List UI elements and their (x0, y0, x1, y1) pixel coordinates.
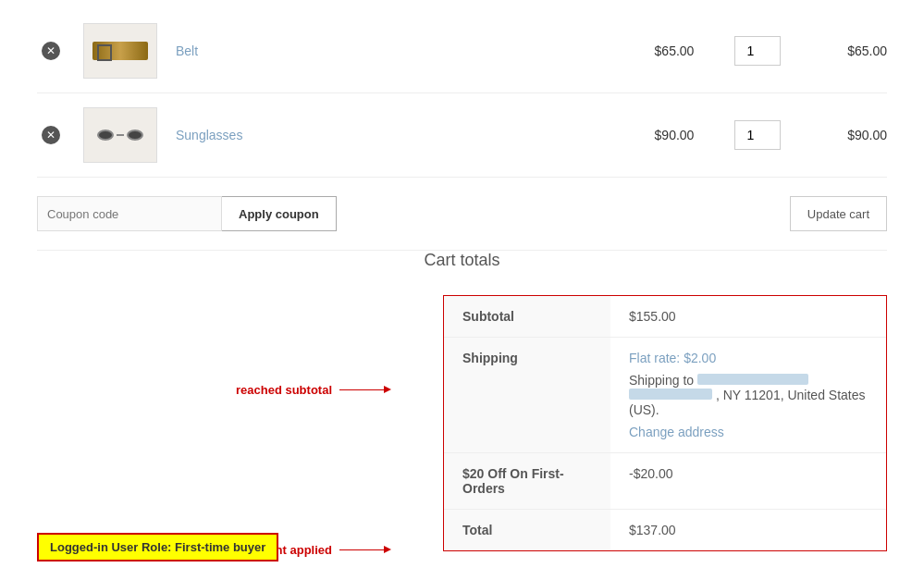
belt-price: $65.00 (628, 43, 721, 58)
discount-row: $20 Off On First-Orders -$20.00 (444, 453, 886, 510)
subtotal-row: Subtotal $155.00 (444, 296, 886, 338)
bridge (117, 134, 124, 136)
update-cart-button[interactable]: Update cart (790, 196, 887, 231)
flat-rate-link[interactable]: Flat rate: $2.00 (629, 351, 716, 365)
cart-container: ✕ Belt $65.00 $65.00 ✕ (0, 0, 924, 570)
change-address-link[interactable]: Change address (629, 425, 868, 439)
coupon-code-input[interactable] (37, 196, 222, 231)
discount-value: -$20.00 (610, 453, 886, 510)
apply-coupon-button[interactable]: Apply coupon (222, 196, 337, 231)
user-role-badge: Logged-in User Role: First-time buyer (37, 533, 278, 561)
remove-sunglasses-button[interactable]: ✕ (42, 126, 60, 144)
cart-totals-body: reached subtotal $20 discount applied Su… (37, 295, 887, 551)
total-label: Total (444, 510, 610, 551)
subtotal-arrow-icon (339, 389, 386, 390)
remove-sunglasses-wrapper: ✕ (37, 126, 65, 144)
subtotal-value: $155.00 (610, 296, 886, 338)
cart-totals-box: Subtotal $155.00 Shipping Flat rate: $2.… (443, 295, 887, 551)
subtotal-label: Subtotal (444, 296, 610, 338)
cart-totals-title: Cart totals (240, 251, 684, 270)
belt-product-name[interactable]: Belt (176, 43, 628, 58)
shipping-to-label: Shipping to (629, 373, 697, 388)
total-value: $137.00 (610, 510, 886, 551)
shipping-state-bar (629, 389, 712, 400)
coupon-row: Apply coupon Update cart (37, 178, 887, 251)
annotation-subtotal: reached subtotal (236, 383, 386, 397)
cart-items-list: ✕ Belt $65.00 $65.00 ✕ (37, 9, 887, 178)
belt-thumbnail (92, 42, 148, 60)
sunglasses-qty-wrapper (721, 120, 795, 150)
totals-table: Subtotal $155.00 Shipping Flat rate: $2.… (444, 296, 886, 550)
cart-totals-header-row: Cart totals (37, 251, 887, 284)
shipping-label: Shipping (444, 338, 610, 453)
sunglasses-price: $90.00 (628, 128, 721, 142)
belt-image (83, 23, 157, 79)
sunglasses-thumbnail (97, 130, 143, 141)
cart-totals-section: Cart totals reached subtotal $20 discoun… (37, 251, 887, 551)
cart-item-sunglasses: ✕ Sunglasses $90.00 $90.00 (37, 93, 887, 178)
cart-item-belt: ✕ Belt $65.00 $65.00 (37, 9, 887, 93)
left-lens (97, 130, 114, 141)
sunglasses-image (83, 107, 157, 163)
coupon-left-group: Apply coupon (37, 196, 337, 231)
belt-qty-wrapper (721, 36, 795, 66)
shipping-city-bar (697, 374, 808, 385)
shipping-value-cell: Flat rate: $2.00 Shipping to , NY 11201,… (610, 338, 886, 453)
shipping-address-block: Shipping to , NY 11201, United States (U… (629, 373, 868, 439)
belt-total: $65.00 (795, 43, 887, 58)
discount-arrow-icon (339, 549, 386, 550)
remove-belt-button[interactable]: ✕ (42, 42, 60, 60)
right-lens (127, 130, 143, 141)
total-row: Total $137.00 (444, 510, 886, 551)
shipping-row: Shipping Flat rate: $2.00 Shipping to , … (444, 338, 886, 453)
sunglasses-total: $90.00 (795, 128, 887, 142)
sunglasses-qty-input[interactable] (734, 120, 781, 150)
belt-qty-input[interactable] (734, 36, 781, 66)
remove-belt-wrapper: ✕ (37, 42, 65, 60)
sunglasses-product-name[interactable]: Sunglasses (176, 128, 628, 142)
discount-label: $20 Off On First-Orders (444, 453, 610, 510)
